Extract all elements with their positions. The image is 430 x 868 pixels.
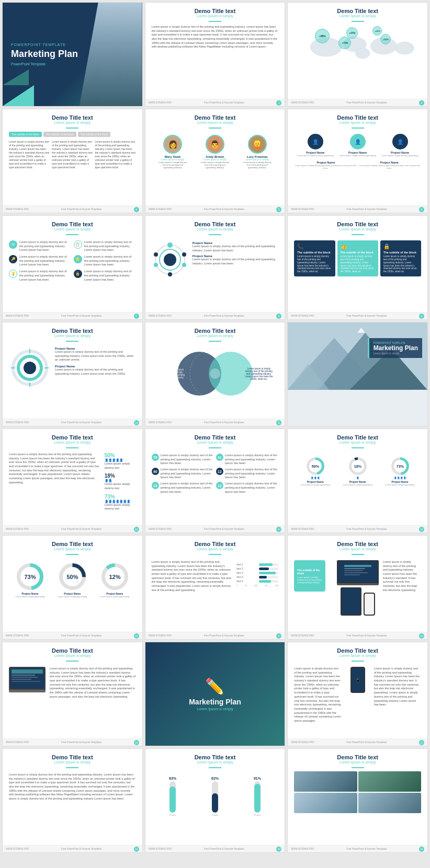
diagram-text: Project Name Lorem ipsum is simply dummy… (55, 347, 136, 391)
bar-row-3: Item 3 (236, 572, 278, 574)
donut-svg-2: 18% (347, 456, 368, 477)
slide-18-footer: WWW.SITEMAX.PRO Free PowerPoint & Keynot… (288, 632, 427, 639)
radial-svg (9, 347, 51, 389)
card-1: 📞 The subtitle of the block Lorem ipsum … (294, 240, 335, 276)
slide-3-footer: WWW.SITEMAX.PRO Free PowerPoint & Keynot… (288, 99, 427, 106)
cards-row: 📞 The subtitle of the block Lorem ipsum … (294, 240, 421, 276)
slide-6-footer: WWW.SITEMAX.PRO Free PowerPoint & Keynot… (288, 205, 427, 213)
bar-row-5: Item 5 (236, 580, 278, 583)
plan-sub: Lorem Ipsum is simply (197, 707, 233, 711)
donut-svg-3: 73% (390, 456, 411, 477)
card-icon-2: 👍 (341, 244, 375, 249)
list-icon-1: ✉ (9, 240, 17, 249)
bar-chart-area: Item 1 Item 2 Item 3 Item 4 (236, 560, 278, 593)
slide-16-subtitle: Lorem Ipsum is simply (9, 547, 136, 551)
cover-title: Marketing Plan (11, 49, 134, 60)
slide-6: Demo Title text Lorem Ipsum is simply 👤 … (287, 109, 428, 213)
slide-17: Demo Title text Lorem Ipsum is simply Lo… (145, 535, 286, 640)
slide-8-footer: WWW.SITEMAX.PRO Free PowerPoint & Keynot… (145, 312, 285, 319)
tab-2[interactable]: The subtitle of the block (43, 132, 76, 137)
thermo-1: 83% Project (169, 777, 176, 816)
num-item-6: 12 Lorem ipsum is simply dummy text of t… (216, 482, 278, 494)
plan-icon: ✏️ (205, 677, 224, 696)
tablet-mockup (341, 587, 361, 616)
tab-3[interactable]: The subtitle of the block (78, 132, 111, 137)
laptop-image (9, 667, 46, 699)
tab-col-1: Lorem ipsum is simply dummy text of the … (9, 140, 50, 169)
card-icon-1: 📞 (297, 244, 332, 249)
phone-1: 📱 (350, 667, 365, 693)
slide-4-footer: WWW.SITEMAX.PRO Free PowerPoint & Keynot… (3, 205, 142, 213)
proj-avatar-3: 👤 (392, 134, 408, 149)
mountain-title: Marketing Plan (374, 344, 418, 352)
slide-17-subtitle: Lorem Ipsum is simply (152, 547, 279, 551)
slide-4-subtitle: Lorem Ipsum is simply (9, 121, 136, 124)
list-icon-4: ⭐ (74, 255, 82, 263)
donut-3: 73% 👤👤👤👤 Project Name Lorem ipsum simply… (386, 456, 415, 486)
phone-text-left: Lorem ipsum is simply dummy text of the … (294, 667, 341, 723)
slide-22-subtitle: Lorem Ipsum is simply (9, 760, 136, 764)
slide-10-subtitle: Lorem Ipsum is simply (9, 334, 136, 338)
slide-19: Demo Title text Lorem Ipsum is simply (2, 642, 143, 746)
svg-text:18%: 18% (354, 464, 361, 469)
slide-23-footer: WWW.SITEMAX.PRO Free PowerPoint & Keynot… (145, 845, 285, 852)
slide-3-title: Demo Title text (294, 8, 421, 14)
svg-point-23 (210, 368, 220, 379)
thermometer-row: 83% Project 62% Project 91% (152, 777, 279, 816)
slide-20: ✏️ Marketing Plan Lorem Ipsum is simply (145, 642, 286, 746)
stat-row-3: 73% 👤👤👤👤👤👤👤 Lorem ipsum simply dummy tex… (105, 494, 136, 511)
slide-11-footer: WWW.SITEMAX.PRO Free PowerPoint & Keynot… (145, 419, 285, 426)
mountain-sub: Lorem Ipsum is simply (374, 352, 418, 355)
slide-15-subtitle: Lorem Ipsum is simply (294, 441, 421, 444)
list-item-5: 💡 Lorem ipsum is simply dummy text of th… (9, 270, 71, 282)
svg-point-9 (182, 252, 186, 257)
num-item-2: 41 Lorem ipsum is simply dummy text of t… (216, 454, 278, 466)
slide-13-subtitle: Lorem Ipsum is simply (9, 441, 136, 444)
image-grid (294, 771, 421, 813)
slide-2-title: Demo Title text (152, 8, 279, 14)
avatar-3: 👱 (248, 135, 267, 154)
plan-title: Marketing Plan (189, 698, 241, 706)
img-cell-2 (358, 771, 421, 792)
slide-23: Demo Title text Lorem Ipsum is simply 83… (145, 748, 286, 853)
donut-svg-1: 50% (305, 456, 326, 477)
phone-text-right: Lorem ipsum is simply dummy text of the … (374, 667, 421, 723)
svg-text:73%: 73% (24, 574, 36, 580)
list-icon-3: 🔑 (9, 255, 17, 263)
slide-15-title: Demo Title text (294, 434, 421, 441)
slide-8: Demo Title text Lorem Ipsum is simply (145, 215, 286, 320)
icon-list: ✉ Lorem ipsum is simply dummy text of th… (9, 240, 136, 282)
slide-18: Demo Title text Lorem Ipsum is simply Th… (287, 535, 428, 640)
num-item-4: 12 Lorem ipsum is simply dummy text of t… (216, 468, 278, 480)
slide-9-title: Demo Title text (294, 221, 421, 227)
slide-14: Demo Title text Lorem Ipsum is simply 79… (145, 429, 286, 533)
laptop-mockup (337, 560, 379, 585)
svg-rect-56 (12, 669, 43, 674)
donut-1: 50% 👤👤👤 Project Name Lorem ipsum simply … (301, 456, 330, 486)
slide-15-footer: WWW.SITEMAX.PRO Free PowerPoint & Keynot… (288, 525, 427, 533)
team-member-3: 👱 Lory Freeman Lorem ipsum is simply Lor… (242, 135, 273, 169)
svg-point-7 (164, 253, 176, 266)
avatar-1: 👩 (163, 135, 182, 154)
slide-19-subtitle: Lorem Ipsum is simply (9, 654, 136, 657)
tab-1[interactable]: The subtitle of the block (9, 132, 42, 137)
slide-4: Demo Title text Lorem Ipsum is simply Th… (2, 109, 143, 213)
phone-devices: 📱 (345, 667, 371, 723)
slide-13: Demo Title text Lorem Ipsum is simply Lo… (2, 429, 143, 533)
slide-16-footer: WWW.SITEMAX.PRO Free PowerPoint & Keynot… (3, 632, 142, 639)
slide-21-subtitle: Lorem Ipsum is simply (294, 654, 421, 657)
footer-tagline: Free PowerPoint & Keynote Templates (346, 101, 387, 104)
list-item-2: 📋 Lorem ipsum is simply dummy text of th… (74, 240, 136, 252)
img-cell-3 (294, 793, 357, 813)
svg-rect-54 (344, 574, 360, 575)
slide-21: Demo Title text Lorem Ipsum is simply Lo… (287, 642, 428, 746)
slide-2-footer: WWW.SITEMAX.PRO Free PowerPoint & Keynot… (145, 99, 285, 106)
slide-11-subtitle: Lorem Ipsum is simply (152, 334, 279, 338)
slide-13-title: Demo Title text (9, 434, 136, 441)
devices (337, 560, 379, 616)
list-item-1: ✉ Lorem ipsum is simply dummy text of th… (9, 240, 71, 252)
list-icon-5: 💡 (9, 270, 17, 278)
svg-rect-52 (344, 570, 363, 571)
slide-num: 2 (276, 100, 281, 106)
laptop-screen-svg (10, 668, 44, 689)
